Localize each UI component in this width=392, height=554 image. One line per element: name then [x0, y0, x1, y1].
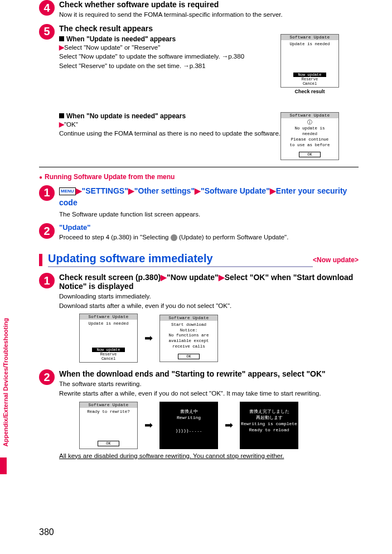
menu-reserve: Reserve	[281, 77, 338, 81]
screen-title: Software Update	[281, 113, 338, 118]
step5-sub2-l2: Continue using the FOMA terminal as ther…	[59, 129, 292, 138]
running-menu-heading: Running Software Update from the menu	[39, 173, 359, 181]
now-step1-heading: Check result screen (p.380)▶"Now update"…	[59, 273, 359, 291]
step4-text: Now it is required to send the FOMA term…	[59, 10, 359, 20]
now-step1-l1: Downloading starts immediately.	[59, 292, 359, 301]
now-step-badge-1: 1	[39, 273, 55, 288]
now-step2-note: All keys are disabled during software re…	[59, 451, 359, 461]
page-number: 380	[39, 527, 54, 537]
screen-title: Software Update	[281, 35, 338, 40]
now-step2-heading: When the download ends and "Starting to …	[59, 369, 359, 378]
step5-sub1-l3: Select "Reserve" to update on the set ti…	[59, 61, 292, 71]
screen-rewrite-complete: 書換え完了しました 再起動します Rewriting is complete R…	[240, 402, 298, 449]
step5-sub1-l2: Select "Now update" to update the softwa…	[59, 52, 292, 61]
screen-no-update: Software Update ⓘ No update is needed Pl…	[280, 112, 339, 161]
step5-sub2-l1: ▶"OK"	[59, 120, 292, 129]
step5-sub1-head: When "Update is needed" appears	[59, 35, 292, 43]
now-step2-l2: Rewrite starts after a while, even if yo…	[59, 389, 359, 398]
menu-icon: MENU	[59, 187, 76, 195]
screen-check-result: Software Update Update is needed Now upd…	[280, 34, 339, 88]
step-badge-4: 4	[39, 0, 55, 16]
menu-step-badge-1: 1	[39, 185, 55, 201]
menu-step2-heading: "Update"	[59, 223, 359, 232]
arrow-icon: ➡	[144, 332, 153, 344]
screen-rewriting: 書換え中 Rewriting ))))).....	[159, 402, 218, 449]
screen-body: Update is needed	[281, 40, 338, 73]
step-badge-5: 5	[39, 24, 55, 40]
screen-ready-rewrite: Software Update Ready to rewrite? OK	[79, 402, 138, 449]
screen-body: ⓘ No update is needed Please continue to…	[281, 118, 338, 150]
section-title: Updating software immediately	[48, 252, 313, 267]
now-step-badge-2: 2	[39, 369, 55, 385]
now-step2-l1: The software starts rewriting.	[59, 379, 359, 389]
menu-step1-heading: MENU▶"SETTINGS"▶"Other settings"▶"Softwa…	[59, 185, 359, 209]
arrow-icon: ➡	[225, 419, 233, 431]
step5-heading: The check result appears	[59, 24, 292, 33]
screen-download-notice: Software Update Start download Notice: N…	[159, 315, 218, 362]
section-accent	[39, 254, 42, 266]
menu-step1-text: The Software update function list screen…	[59, 210, 359, 219]
step5-sub1-l1: ▶Select "Now update" or "Reserve"	[59, 43, 292, 52]
section-tag: <Now update>	[313, 256, 359, 264]
ok-button: OK	[98, 441, 119, 446]
side-tab-mark	[0, 457, 7, 474]
side-tab-label: Appendix/External Devices/Troubleshootin…	[2, 318, 9, 446]
menu-step2-text: Proceed to step 4 (p.380) in "Selecting …	[59, 233, 359, 242]
menu-cancel: Cancel	[281, 81, 338, 86]
arrow-icon: ➡	[144, 419, 153, 431]
step5-sub2-head: When "No update is needed" appears	[59, 112, 292, 120]
step4-heading: Check whether software update is require…	[59, 0, 359, 9]
menu-step-badge-2: 2	[39, 223, 55, 239]
screen-check-result-2: Software Update Update is needed Now upd…	[79, 314, 138, 363]
screen-caption: Check result	[280, 89, 339, 94]
menu-now-update: Now update	[293, 73, 326, 77]
now-step1-l2: Download starts after a while, even if y…	[59, 301, 359, 311]
ok-button: OK	[299, 152, 320, 157]
update-icon	[171, 234, 177, 241]
ok-button: OK	[178, 354, 199, 359]
